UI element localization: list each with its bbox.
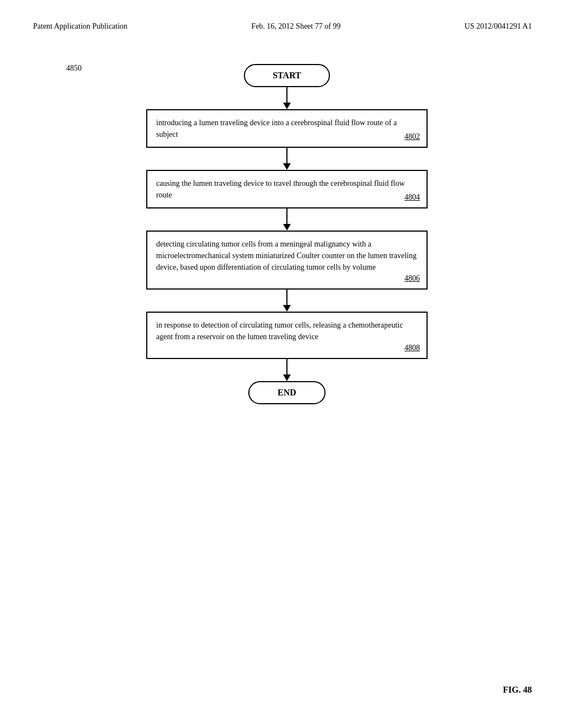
box-number-4804: 4804 xyxy=(404,191,420,203)
flow-content: START introducing a lumen traveling devi… xyxy=(132,64,441,404)
step-4804: causing the lumen traveling device to tr… xyxy=(146,170,428,208)
arrow-2 xyxy=(283,148,291,170)
arrow-head-5 xyxy=(283,374,291,381)
step-4808: in response to detection of circulating … xyxy=(146,312,428,359)
arrow-1 xyxy=(283,87,291,109)
step-4806: detecting circulating tumor cells from a… xyxy=(146,231,428,290)
arrow-head-2 xyxy=(283,163,291,170)
header-center: Feb. 16, 2012 Sheet 77 of 99 xyxy=(252,22,341,31)
arrow-4 xyxy=(283,290,291,312)
arrow-head-3 xyxy=(283,224,291,231)
step-4802: introducing a lumen traveling device int… xyxy=(146,109,428,148)
page: Patent Application Publication Feb. 16, … xyxy=(0,0,565,728)
end-node: END xyxy=(248,381,326,404)
diagram-label: 4850 xyxy=(66,64,82,73)
page-header: Patent Application Publication Feb. 16, … xyxy=(33,22,532,31)
header-right: US 2012/0041291 A1 xyxy=(465,22,532,31)
arrow-line-3 xyxy=(286,208,287,224)
box-number-4806: 4806 xyxy=(404,272,420,284)
arrow-line-5 xyxy=(286,359,287,374)
arrow-line-2 xyxy=(286,148,287,163)
figure-label: FIG. 48 xyxy=(503,685,532,695)
start-node: START xyxy=(244,64,330,87)
header-left: Patent Application Publication xyxy=(33,22,127,31)
flowchart: 4850 START introducing a lumen traveling… xyxy=(33,58,532,404)
arrow-line-1 xyxy=(286,87,287,103)
arrow-3 xyxy=(283,208,291,231)
box-number-4808: 4808 xyxy=(404,342,420,354)
box-number-4802: 4802 xyxy=(404,131,420,142)
arrow-line-4 xyxy=(286,290,287,305)
arrow-5 xyxy=(283,359,291,381)
arrow-head-1 xyxy=(283,103,291,109)
arrow-head-4 xyxy=(283,305,291,312)
